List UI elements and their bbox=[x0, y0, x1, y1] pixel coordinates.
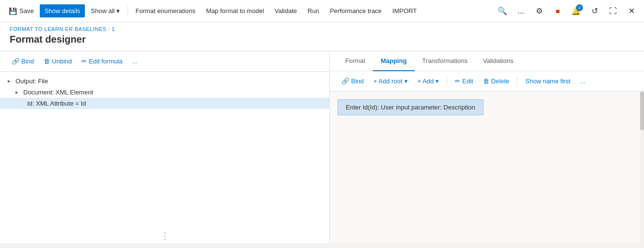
add-root-button[interactable]: + Add root ▾ bbox=[370, 75, 412, 87]
link-icon: 🔗 bbox=[341, 78, 349, 85]
chevron-down-icon: ▾ bbox=[404, 78, 408, 85]
show-details-button[interactable]: Show details bbox=[40, 4, 85, 17]
page-title: Format designer bbox=[10, 34, 634, 45]
tab-transformations[interactable]: Transformations bbox=[415, 51, 475, 71]
tree-label: Output: File bbox=[16, 78, 48, 85]
page-header: FORMAT TO LEARN ER BASELINES : 1 Format … bbox=[0, 22, 644, 51]
save-icon: 💾 bbox=[9, 7, 17, 15]
validate-button[interactable]: Validate bbox=[270, 4, 302, 17]
bind-button[interactable]: 🔗 Bind bbox=[8, 55, 38, 67]
delete-icon: 🗑 bbox=[483, 78, 489, 85]
unbind-button[interactable]: 🗑 Unbind bbox=[40, 55, 76, 67]
right-more-button[interactable]: ... bbox=[576, 75, 589, 87]
scrollbar[interactable] bbox=[640, 92, 644, 243]
link-icon: 🔗 bbox=[12, 58, 19, 65]
chevron-down-icon: ▾ bbox=[435, 78, 439, 85]
tree-area: ▸ Output: File ▸ Document: XML Element I… bbox=[0, 72, 329, 229]
close-icon: ✕ bbox=[628, 6, 635, 16]
tab-validations[interactable]: Validations bbox=[475, 51, 521, 71]
tree-item-output-file[interactable]: ▸ Output: File bbox=[0, 76, 329, 87]
chevron-down-icon: ▾ bbox=[116, 7, 120, 15]
notification-badge: 0 bbox=[576, 4, 583, 11]
breadcrumb: FORMAT TO LEARN ER BASELINES : 1 bbox=[10, 26, 634, 32]
mapping-description: Enter Id(Id): User input parameter: Desc… bbox=[338, 99, 483, 115]
right-panel: Format Mapping Transformations Validatio… bbox=[330, 51, 644, 243]
drag-handle[interactable]: ⋮ bbox=[0, 229, 329, 243]
tab-mapping[interactable]: Mapping bbox=[373, 51, 414, 71]
ellipsis-icon: ... bbox=[517, 7, 524, 16]
tree-label: Document: XML Element bbox=[23, 89, 93, 96]
office-icon: ■ bbox=[556, 7, 560, 15]
search-icon: 🔍 bbox=[498, 6, 507, 16]
edit-icon: ✏ bbox=[455, 78, 460, 85]
left-panel-toolbar: 🔗 Bind 🗑 Unbind ✏ Edit formula ... bbox=[0, 51, 329, 72]
more-options-button[interactable]: ... bbox=[512, 2, 530, 20]
tree-item-document-xml[interactable]: ▸ Document: XML Element bbox=[0, 87, 329, 98]
office-button[interactable]: ■ bbox=[549, 2, 566, 20]
mapping-bind-button[interactable]: 🔗 Bind bbox=[338, 75, 368, 87]
refresh-icon: ↺ bbox=[592, 6, 598, 16]
right-panel-tabs: Format Mapping Transformations Validatio… bbox=[330, 51, 644, 71]
map-format-to-model-button[interactable]: Map format to model bbox=[201, 4, 269, 17]
tab-format[interactable]: Format bbox=[338, 51, 373, 71]
performance-trace-button[interactable]: Performance trace bbox=[325, 4, 386, 17]
right-content: Enter Id(Id): User input parameter: Desc… bbox=[330, 92, 644, 243]
right-toolbar-separator bbox=[447, 77, 447, 86]
import-button[interactable]: IMPORT bbox=[387, 4, 421, 17]
right-panel-toolbar: 🔗 Bind + Add root ▾ + Add ▾ ✏ Edit 🗑 Del… bbox=[330, 71, 644, 92]
refresh-button[interactable]: ↺ bbox=[586, 2, 603, 20]
close-button[interactable]: ✕ bbox=[623, 2, 640, 20]
content-area: 🔗 Bind 🗑 Unbind ✏ Edit formula ... ▸ Out… bbox=[0, 51, 644, 243]
scrollbar-thumb[interactable] bbox=[640, 92, 644, 130]
edit-button[interactable]: ✏ Edit bbox=[451, 75, 477, 87]
tree-item-id-xml[interactable]: Id: XML Attribute = Id bbox=[0, 98, 329, 109]
run-button[interactable]: Run bbox=[303, 4, 324, 17]
tree-toggle-icon: ▸ bbox=[16, 89, 21, 95]
right-toolbar-separator-2 bbox=[517, 77, 517, 86]
add-button[interactable]: + Add ▾ bbox=[414, 75, 443, 87]
tree-label: Id: XML Attribute = Id bbox=[27, 100, 86, 107]
settings-icon: ⚙ bbox=[536, 6, 543, 16]
tree-toggle-icon: ▸ bbox=[8, 78, 14, 84]
left-panel: 🔗 Bind 🗑 Unbind ✏ Edit formula ... ▸ Out… bbox=[0, 51, 330, 243]
settings-button[interactable]: ⚙ bbox=[531, 2, 548, 20]
unlink-icon: 🗑 bbox=[44, 58, 50, 65]
left-more-button[interactable]: ... bbox=[129, 55, 142, 67]
format-enumerations-button[interactable]: Format enumerations bbox=[131, 4, 201, 17]
main-toolbar: 💾 Save Show details Show all ▾ Format en… bbox=[0, 0, 644, 22]
save-button[interactable]: 💾 Save bbox=[4, 4, 39, 18]
search-button[interactable]: 🔍 bbox=[494, 2, 511, 20]
show-all-button[interactable]: Show all ▾ bbox=[86, 4, 124, 17]
fullscreen-button[interactable]: ⛶ bbox=[604, 2, 622, 20]
delete-button[interactable]: 🗑 Delete bbox=[479, 75, 514, 87]
edit-formula-button[interactable]: ✏ Edit formula bbox=[78, 55, 126, 67]
fullscreen-icon: ⛶ bbox=[609, 7, 617, 16]
notification-button[interactable]: 🔔 0 bbox=[567, 2, 585, 20]
edit-icon: ✏ bbox=[81, 58, 87, 65]
separator-1 bbox=[128, 5, 128, 17]
show-name-first-button[interactable]: Show name first bbox=[521, 75, 574, 87]
